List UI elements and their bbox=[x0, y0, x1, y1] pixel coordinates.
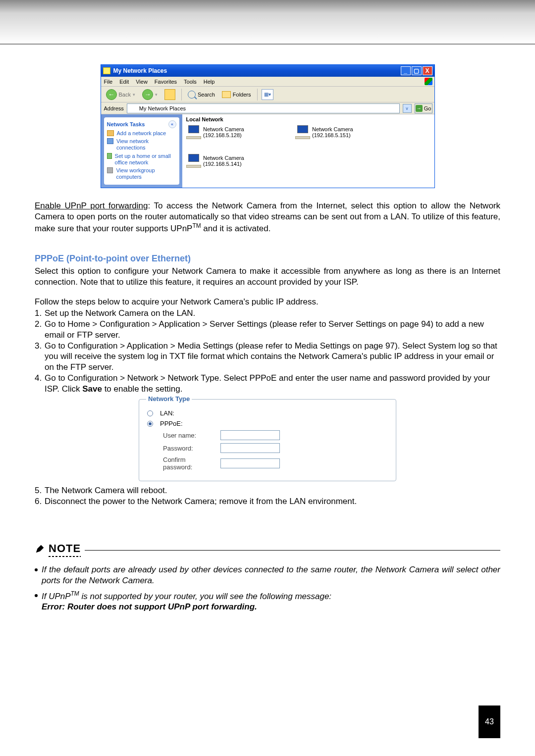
address-icon bbox=[129, 105, 136, 111]
network-camera-item[interactable]: Network Camera (192.168.5.151) bbox=[295, 125, 389, 139]
link-label: View workgroup computers bbox=[116, 167, 176, 180]
go-arrow-icon: → bbox=[416, 105, 423, 112]
minimize-button[interactable]: _ bbox=[401, 66, 411, 75]
collapse-button[interactable]: « bbox=[168, 120, 176, 128]
step-text: The Network Camera will reboot. bbox=[45, 485, 167, 496]
step-text: Go to Home > Configuration > Application… bbox=[45, 319, 500, 341]
panel-legend: Network Type bbox=[146, 395, 192, 403]
bullet-icon bbox=[35, 568, 38, 571]
step-6: 6.Disconnect the power to the Network Ca… bbox=[35, 496, 500, 507]
username-input[interactable] bbox=[220, 430, 280, 440]
close-button[interactable]: X bbox=[423, 66, 432, 75]
menu-help[interactable]: Help bbox=[204, 79, 215, 85]
window-title: My Network Places bbox=[113, 67, 401, 74]
menu-favorites[interactable]: Favorites bbox=[155, 79, 177, 85]
note-header: NOTE bbox=[49, 542, 81, 555]
up-button[interactable] bbox=[162, 88, 177, 101]
address-value: My Network Places bbox=[139, 105, 186, 111]
radio-pppoe[interactable] bbox=[147, 421, 153, 427]
note-text: If the default ports are already used by… bbox=[42, 564, 500, 586]
address-label: Address bbox=[104, 105, 124, 111]
forward-arrow-icon: → bbox=[142, 89, 153, 100]
menubar: File Edit View Favorites Tools Help bbox=[101, 77, 434, 87]
toolbar: ← Back ▾ → ▾ Search Folders ▦▾ bbox=[101, 87, 434, 102]
home-network-icon bbox=[107, 153, 112, 159]
connections-icon bbox=[107, 138, 113, 144]
step-4: 4.Go to Configuration > Network > Networ… bbox=[35, 373, 500, 395]
menu-file[interactable]: File bbox=[104, 79, 113, 85]
main-pane: Local Network Network Camera (192.168.5.… bbox=[182, 114, 434, 188]
username-label: User name: bbox=[147, 432, 216, 439]
confirm-label: Confirm password: bbox=[147, 456, 216, 471]
back-dropdown-icon: ▾ bbox=[133, 92, 135, 97]
step-5: 5.The Network Camera will reboot. bbox=[35, 485, 500, 496]
add-network-place-link[interactable]: Add a network place bbox=[107, 130, 176, 137]
address-field[interactable]: My Network Places bbox=[127, 103, 400, 113]
page-content: My Network Places _ ▢ X File Edit View F… bbox=[0, 45, 535, 636]
lan-radio-row[interactable]: LAN: bbox=[147, 409, 388, 417]
lan-label: LAN: bbox=[160, 409, 174, 417]
toolbar-separator bbox=[181, 89, 182, 101]
network-tasks-header: Network Tasks bbox=[107, 121, 145, 127]
password-label: Password: bbox=[147, 445, 216, 452]
view-workgroup-link[interactable]: View workgroup computers bbox=[107, 167, 176, 180]
back-button[interactable]: ← Back ▾ bbox=[104, 88, 137, 101]
step-text: Go to Configuration > Network > Network … bbox=[45, 373, 500, 395]
tm-superscript: TM bbox=[71, 590, 79, 597]
pppoe-steps: 1.Set up the Network Camera on the LAN. … bbox=[35, 308, 500, 394]
item-label: Network Camera (192.168.5.151) bbox=[312, 126, 389, 138]
folders-button[interactable]: Folders bbox=[220, 90, 253, 99]
network-type-panel: Network Type LAN: PPPoE: User name: Pass… bbox=[139, 399, 396, 481]
address-bar: Address My Network Places v → Go bbox=[101, 102, 434, 114]
save-bold: Save bbox=[82, 384, 102, 394]
search-button[interactable]: Search bbox=[186, 90, 217, 100]
link-label: Add a network place bbox=[117, 130, 166, 137]
camera-icon bbox=[186, 125, 201, 139]
pppoe-label: PPPoE: bbox=[160, 420, 183, 427]
step-3: 3.Go to Configuration > Application > Me… bbox=[35, 341, 500, 373]
maximize-button[interactable]: ▢ bbox=[412, 66, 422, 75]
pppoe-end-steps: 5.The Network Camera will reboot. 6.Disc… bbox=[35, 485, 500, 507]
note-upnp-a: If UPnP bbox=[42, 591, 71, 601]
radio-lan[interactable] bbox=[147, 410, 153, 416]
upnp-paragraph: Enable UPnP port forwarding: To access t… bbox=[35, 201, 500, 234]
views-button[interactable]: ▦▾ bbox=[262, 89, 273, 100]
step-1: 1.Set up the Network Camera on the LAN. bbox=[35, 308, 500, 319]
folders-label: Folders bbox=[233, 92, 251, 98]
view-connections-link[interactable]: View network connections bbox=[107, 138, 176, 151]
pppoe-radio-row[interactable]: PPPoE: bbox=[147, 420, 388, 427]
menu-view[interactable]: View bbox=[136, 79, 148, 85]
tm-superscript: TM bbox=[192, 222, 201, 229]
windows-flag-icon bbox=[425, 78, 432, 85]
search-label: Search bbox=[198, 92, 215, 98]
step-2: 2.Go to Home > Configuration > Applicati… bbox=[35, 319, 500, 341]
pppoe-follow: Follow the steps below to acquire your N… bbox=[35, 297, 500, 307]
upnp-lead: Enable UPnP port forwarding bbox=[35, 201, 148, 210]
item-label: Network Camera (192.168.5.141) bbox=[203, 155, 280, 167]
note-item-1: If the default ports are already used by… bbox=[35, 564, 500, 586]
my-network-places-window: My Network Places _ ▢ X File Edit View F… bbox=[101, 64, 435, 188]
network-places-icon bbox=[103, 67, 110, 74]
search-icon bbox=[188, 91, 196, 99]
network-camera-item[interactable]: Network Camera (192.168.5.128) bbox=[186, 125, 280, 139]
go-label: Go bbox=[424, 105, 431, 111]
setup-network-link[interactable]: Set up a home or small office network bbox=[107, 153, 176, 166]
workgroup-icon bbox=[107, 167, 113, 173]
forward-button[interactable]: → ▾ bbox=[140, 88, 160, 101]
up-folder-icon bbox=[164, 89, 175, 100]
network-tasks-panel: Network Tasks « Add a network place View… bbox=[104, 117, 179, 185]
local-network-header: Local Network bbox=[186, 116, 430, 122]
password-input[interactable] bbox=[220, 443, 280, 453]
page-top-gradient bbox=[0, 0, 535, 45]
address-dropdown-button[interactable]: v bbox=[403, 104, 412, 113]
menu-edit[interactable]: Edit bbox=[119, 79, 129, 85]
note-rule bbox=[85, 550, 500, 551]
confirm-input[interactable] bbox=[220, 458, 280, 468]
back-label: Back bbox=[119, 92, 131, 98]
network-camera-item[interactable]: Network Camera (192.168.5.141) bbox=[186, 154, 280, 168]
menu-tools[interactable]: Tools bbox=[184, 79, 197, 85]
go-button[interactable]: → Go bbox=[415, 103, 432, 113]
step-text: Set up the Network Camera on the LAN. bbox=[45, 308, 195, 319]
note-error: Error: Router does not support UPnP port… bbox=[42, 602, 257, 611]
note-upnp-b: is not supported by your router, you wil… bbox=[79, 591, 331, 601]
